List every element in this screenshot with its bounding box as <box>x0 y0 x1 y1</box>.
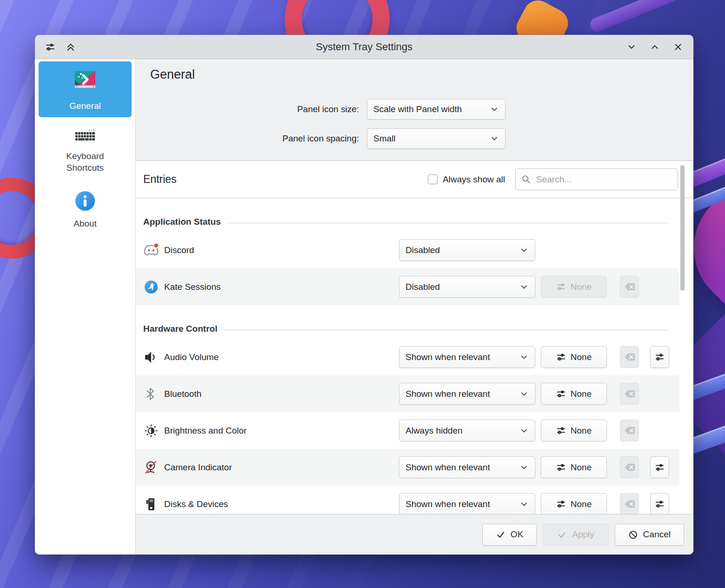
sliders-icon <box>556 462 566 472</box>
visibility-select[interactable]: Shown when relevant <box>399 383 535 405</box>
entry-row-disks-devices: Disks & Devices Shown when relevant None <box>136 486 679 514</box>
shortcut-button[interactable]: None <box>541 420 607 441</box>
backspace-icon <box>624 389 635 398</box>
app-menu-sliders-icon[interactable] <box>45 42 55 52</box>
dialog-footer: OK Apply Cancel <box>136 514 693 555</box>
chevron-down-icon <box>519 353 529 362</box>
kate-sessions-icon <box>143 279 159 295</box>
system-tray-icon <box>72 67 98 97</box>
backspace-icon <box>624 426 635 435</box>
check-icon <box>557 530 567 540</box>
chevron-down-icon <box>519 246 529 255</box>
sliders-icon <box>655 462 665 472</box>
visibility-select[interactable]: Always hidden <box>399 420 535 441</box>
clear-shortcut-button[interactable] <box>620 383 639 405</box>
sidebar-item-general[interactable]: General <box>39 61 132 117</box>
configure-button[interactable] <box>650 493 669 514</box>
entries-panel: Entries Always show all Application Stat… <box>136 161 693 514</box>
sliders-icon <box>556 426 566 435</box>
sidebar: General Keyboard Shortcuts About <box>35 59 136 555</box>
panel-icon-size-label: Panel icon size: <box>136 104 367 114</box>
entry-row-camera-indicator: Camera Indicator Shown when relevant Non… <box>136 449 679 486</box>
chevron-down-icon <box>519 500 529 509</box>
visibility-select[interactable]: Shown when relevant <box>399 493 535 514</box>
vertical-scrollbar[interactable] <box>680 165 685 291</box>
shortcut-button[interactable]: None <box>541 493 607 514</box>
minimize-button[interactable] <box>626 42 637 52</box>
configure-button[interactable] <box>650 456 669 478</box>
collapse-all-icon[interactable] <box>66 42 76 52</box>
sidebar-item-keyboard-shortcuts[interactable]: Keyboard Shortcuts <box>39 123 132 179</box>
page-title: General <box>150 67 195 82</box>
backspace-icon <box>624 463 635 472</box>
sliders-icon <box>556 282 566 292</box>
ok-button[interactable]: OK <box>482 524 537 546</box>
bluetooth-icon <box>143 386 159 402</box>
sliders-icon <box>556 389 566 399</box>
sidebar-item-label: General <box>69 100 101 112</box>
configure-button[interactable] <box>650 346 669 368</box>
clear-shortcut-button[interactable] <box>620 346 639 368</box>
system-tray-settings-window: System Tray Settings General Keyboard Sh… <box>35 35 693 555</box>
audio-volume-icon <box>143 349 159 365</box>
chevron-down-icon <box>519 426 529 435</box>
sliders-icon <box>556 352 566 362</box>
check-icon <box>496 530 506 540</box>
panel-icon-size-select[interactable]: Scale with Panel width <box>367 99 506 120</box>
entries-heading: Entries <box>143 173 177 186</box>
panel-icon-spacing-label: Panel icon spacing: <box>136 134 367 144</box>
info-icon <box>75 191 95 214</box>
entry-row-brightness: Brightness and Color Always hidden None <box>136 412 679 449</box>
clear-shortcut-button[interactable] <box>620 456 639 478</box>
section-header-hardware-control: Hardware Control <box>136 305 679 339</box>
brightness-icon <box>143 423 159 439</box>
backspace-icon <box>624 500 635 508</box>
section-header-application-status: Application Status <box>136 198 679 232</box>
discord-icon <box>143 242 159 258</box>
search-icon <box>521 174 531 184</box>
sidebar-item-label: Keyboard Shortcuts <box>57 151 113 174</box>
visibility-select[interactable]: Shown when relevant <box>399 456 535 478</box>
clear-shortcut-button[interactable] <box>620 493 639 514</box>
always-show-all-label: Always show all <box>443 174 505 185</box>
window-title: System Tray Settings <box>35 41 693 53</box>
disks-devices-icon <box>143 496 159 512</box>
keyboard-icon <box>74 129 96 147</box>
sliders-icon <box>556 499 566 509</box>
titlebar[interactable]: System Tray Settings <box>35 35 693 59</box>
clear-shortcut-button[interactable] <box>620 276 639 298</box>
sidebar-item-about[interactable]: About <box>39 185 132 235</box>
shortcut-button[interactable]: None <box>541 276 607 298</box>
always-show-all-checkbox[interactable] <box>428 174 438 184</box>
search-field[interactable] <box>515 168 678 190</box>
sidebar-item-label: About <box>73 218 97 230</box>
chevron-down-icon <box>519 463 529 472</box>
chevron-down-icon <box>490 134 499 143</box>
backspace-icon <box>624 282 635 291</box>
visibility-select[interactable]: Disabled <box>399 239 535 261</box>
general-settings-panel: General Panel icon size: Scale with Pane… <box>136 59 693 161</box>
camera-indicator-icon <box>143 460 159 475</box>
chevron-down-icon <box>519 282 529 292</box>
clear-shortcut-button[interactable] <box>620 420 639 441</box>
visibility-select[interactable]: Shown when relevant <box>399 346 535 368</box>
chevron-down-icon <box>519 389 529 399</box>
backspace-icon <box>624 353 635 361</box>
shortcut-button[interactable]: None <box>541 346 607 368</box>
close-button[interactable] <box>673 42 683 52</box>
maximize-button[interactable] <box>650 42 660 52</box>
sliders-icon <box>655 499 665 509</box>
entry-row-bluetooth: Bluetooth Shown when relevant None <box>136 375 679 412</box>
entry-row-discord: Discord Disabled <box>136 232 679 268</box>
apply-button[interactable]: Apply <box>543 524 609 546</box>
search-input[interactable] <box>535 174 672 185</box>
cancel-icon <box>628 530 638 540</box>
entry-row-kate-sessions: Kate Sessions Disabled None <box>136 268 679 305</box>
cancel-button[interactable]: Cancel <box>615 524 684 546</box>
visibility-select[interactable]: Disabled <box>399 276 535 298</box>
panel-icon-spacing-select[interactable]: Small <box>367 128 506 149</box>
entry-row-audio-volume: Audio Volume Shown when relevant None <box>136 339 679 375</box>
shortcut-button[interactable]: None <box>541 456 607 478</box>
sliders-icon <box>655 352 665 362</box>
shortcut-button[interactable]: None <box>541 383 607 405</box>
